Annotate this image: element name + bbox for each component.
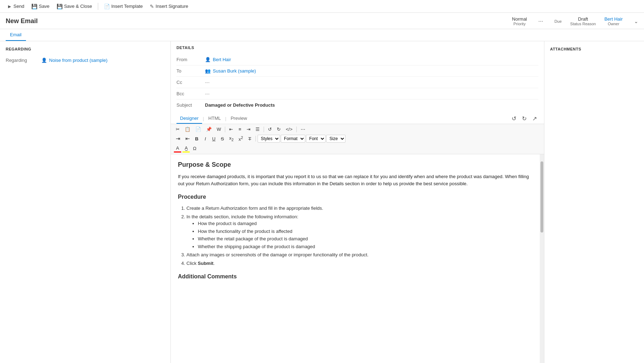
rte-pastetext-btn[interactable]: 📌 (204, 126, 214, 133)
insert-signature-button[interactable]: ✎ Insert Signature (147, 2, 191, 11)
page-title: New Email (6, 17, 38, 25)
rte-alignleft-btn[interactable]: ⇤ (227, 126, 235, 133)
rte-row-3: A A̲ Ω (174, 144, 541, 153)
details-section-title: DETAILS (176, 46, 538, 50)
regarding-row: Regarding 👤 Noise from product (sample) (6, 55, 165, 65)
rte-more-btn[interactable]: ⋯ (299, 126, 307, 133)
expand-button[interactable]: ↗ (531, 114, 538, 123)
redo-button[interactable]: ↻ (521, 114, 528, 123)
from-value[interactable]: 👤 Bert Hair (205, 57, 538, 62)
rte-outdent-btn[interactable]: ⇤ (183, 134, 192, 143)
subject-label: Subject (176, 102, 205, 108)
rte-source-btn[interactable]: </> (284, 126, 295, 133)
rte-cut-btn[interactable]: ✂ (174, 126, 182, 133)
content-heading-2: Procedure (178, 193, 533, 201)
rte-underline-btn[interactable]: U (210, 135, 218, 143)
rte-aligncenter-btn[interactable]: ≡ (236, 126, 244, 133)
cc-row: Cc --- (176, 77, 538, 88)
insert-signature-icon: ✎ (150, 4, 154, 9)
step-3: Attach any images or screenshots of the … (186, 251, 533, 258)
owner-meta: Bert Hair Owner (605, 16, 623, 26)
rte-undo2-btn[interactable]: ↺ (266, 126, 274, 133)
rte-justify-btn[interactable]: ☰ (253, 126, 262, 133)
priority-meta: Normal Priority (512, 16, 527, 26)
tab-designer[interactable]: Designer (176, 113, 202, 124)
priority-label: Priority (512, 22, 527, 26)
regarding-section-title: REGARDING (6, 47, 165, 51)
due-meta: Due (554, 19, 561, 23)
rte-redo2-btn[interactable]: ↻ (275, 126, 283, 133)
tab-bar: Email (0, 29, 644, 41)
send-button[interactable]: ► Send (4, 2, 27, 11)
rte-indent-btn[interactable]: ⇥ (174, 134, 183, 143)
send-label: Send (14, 4, 24, 9)
rte-strikethrough-btn[interactable]: S (218, 135, 226, 143)
rte-highlight-btn[interactable]: A̲ (182, 144, 190, 153)
main-content: REGARDING Regarding 👤 Noise from product… (0, 41, 644, 363)
subject-row: Subject Damaged or Defective Products (176, 100, 538, 111)
step-1: Create a Return Authorization form and f… (186, 205, 533, 212)
bcc-value[interactable]: --- (205, 91, 538, 96)
content-steps-list: Create a Return Authorization form and f… (186, 205, 533, 267)
rte-fontcolor-btn[interactable]: A (174, 144, 181, 153)
regarding-person-icon: 👤 (41, 58, 47, 63)
rte-paste-btn[interactable]: 📄 (193, 126, 203, 133)
header-chevron-icon[interactable]: ⌄ (634, 18, 638, 24)
status-meta: Draft Status Reason (570, 16, 596, 26)
insert-signature-label: Insert Signature (155, 4, 188, 9)
rte-subscript-btn[interactable]: x2 (227, 134, 236, 143)
save-label: Save (39, 4, 49, 9)
tab-html[interactable]: HTML (205, 113, 224, 124)
tab-sep-1: | (202, 116, 205, 121)
rte-removeformat-btn[interactable]: T̶ (246, 135, 254, 143)
tab-sep-2: | (225, 116, 227, 121)
content-paragraph-1: If you receive damaged products, it is i… (178, 173, 533, 187)
rte-row-1: ✂ 📋 📄 📌 W ⇤ ≡ ⇥ ☰ ↺ ↻ </> ⋯ (174, 125, 541, 134)
rte-pastefromword-btn[interactable]: W (215, 126, 223, 133)
rte-copy-btn[interactable]: 📋 (183, 126, 192, 133)
from-row: From 👤 Bert Hair (176, 54, 538, 65)
save-icon: 💾 (31, 4, 37, 9)
due-dots: ··· (535, 18, 546, 25)
insert-template-button[interactable]: 📄 Insert Template (101, 2, 146, 11)
cc-value[interactable]: --- (205, 80, 538, 85)
status-label: Status Reason (570, 22, 596, 26)
scrollbar-thumb[interactable] (540, 161, 543, 233)
rte-alignright-btn[interactable]: ⇥ (244, 126, 253, 133)
undo-button[interactable]: ↺ (510, 114, 518, 123)
due-label: Due (554, 19, 561, 23)
content-heading-3: Additional Comments (178, 272, 533, 281)
save-button[interactable]: 💾 Save (28, 2, 52, 11)
rte-sep-4 (255, 136, 256, 142)
owner-value[interactable]: Bert Hair (605, 16, 623, 22)
rte-italic-btn[interactable]: I (201, 135, 209, 143)
regarding-value[interactable]: 👤 Noise from product (sample) (41, 58, 107, 63)
size-select[interactable]: Size (326, 135, 345, 143)
attachments-panel: ATTACHMENTS (544, 41, 644, 363)
editor-content[interactable]: Purpose & Scope If you receive damaged p… (171, 154, 540, 363)
format-select[interactable]: Format (281, 135, 305, 143)
to-value[interactable]: 👥 Susan Burk (sample) (205, 68, 538, 74)
rte-specialchar-btn[interactable]: Ω (191, 145, 199, 152)
rte-sep-1 (225, 127, 225, 132)
rte-toolbar: ✂ 📋 📄 📌 W ⇤ ≡ ⇥ ☰ ↺ ↻ </> ⋯ ⇥ ⇤ B (171, 124, 544, 154)
save-close-button[interactable]: 💾 Save & Close (54, 2, 95, 11)
regarding-label: Regarding (6, 58, 41, 63)
insert-template-label: Insert Template (111, 4, 143, 9)
tab-email[interactable]: Email (6, 29, 26, 41)
subject-value[interactable]: Damaged or Defective Products (205, 102, 538, 108)
bullet-2: How the functionality of the product is … (198, 228, 533, 235)
regarding-panel: REGARDING Regarding 👤 Noise from product… (0, 41, 171, 363)
cc-label: Cc (176, 80, 205, 85)
rte-superscript-btn[interactable]: x2 (237, 134, 246, 143)
editor-scrollbar[interactable] (540, 154, 544, 363)
styles-select[interactable]: Styles (258, 135, 280, 143)
top-toolbar: ► Send 💾 Save 💾 Save & Close 📄 Insert Te… (0, 0, 644, 13)
rte-bold-btn[interactable]: B (193, 135, 201, 143)
tab-preview[interactable]: Preview (227, 113, 250, 124)
step-2: In the details section, include the foll… (186, 213, 533, 250)
toolbar-separator (98, 3, 98, 10)
to-label: To (176, 68, 205, 74)
font-select[interactable]: Font (306, 135, 326, 143)
editor-tab-bar: Designer | HTML | Preview ↺ ↻ ↗ (171, 113, 544, 124)
